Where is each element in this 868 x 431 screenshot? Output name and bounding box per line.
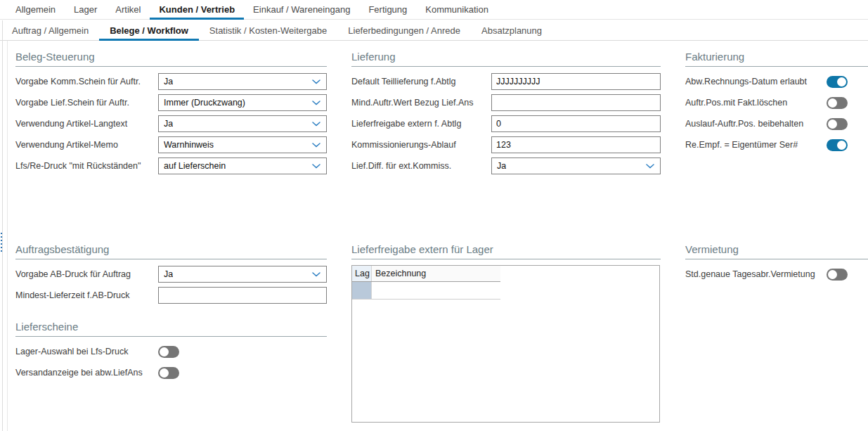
- splitter-grip[interactable]: [1, 233, 2, 252]
- subtab-statistik-kosten[interactable]: Statistik / Kosten-Weitergabe: [199, 20, 337, 40]
- subtab-belege-workflow[interactable]: Belege / Workflow: [99, 20, 199, 40]
- toggle-knob: [828, 120, 837, 129]
- row-mindest-lieferzeit: Mindest-Lieferzeit f.AB-Druck: [15, 285, 327, 306]
- input-lieferfreigabe-extern[interactable]: [491, 115, 661, 132]
- field-label: Vorgabe AB-Druck für Auftrag: [15, 269, 158, 279]
- column-header-bezeichnung[interactable]: Bezeichnung: [372, 266, 500, 281]
- field-label: Lager-Auswahl bei Lfs-Druck: [15, 347, 158, 356]
- field-label: Abw.Rechnungs-Datum erlaubt: [685, 77, 807, 86]
- chevron-down-icon: [312, 143, 320, 148]
- toggle-knob: [828, 98, 837, 108]
- lager-table-header: Lag Bezeichnung: [352, 266, 659, 281]
- row-auftr-pos-fakt-loeschen: Auftr.Pos.mit Fakt.löschen: [685, 92, 868, 113]
- row-auslauf-auftr-pos: Auslauf-Auftr.Pos. beibehalten: [685, 113, 868, 134]
- toggle-abw-rechnungs-datum[interactable]: [827, 76, 848, 88]
- section-auftragsbestaetigung: Auftragsbestätigung Vorgabe AB-Druck für…: [15, 243, 327, 306]
- field-label: Kommissionierungs-Ablauf: [351, 140, 491, 150]
- column-header-lag[interactable]: Lag: [352, 266, 372, 281]
- input-mind-auftr-wert[interactable]: [491, 94, 661, 111]
- field-label: Re.Empf. = Eigentümer Ser#: [685, 140, 798, 150]
- select-vorgabe-lief-schein[interactable]: Immer (Druckzwang): [158, 94, 327, 111]
- section-title: Lieferscheine: [15, 321, 327, 337]
- toggle-versandanzeige[interactable]: [158, 367, 179, 379]
- section-lieferfreigabe-lager: Lieferfreigabe extern für Lager Lag Beze…: [351, 243, 661, 423]
- row-vorgabe-ab-druck: Vorgabe AB-Druck für Auftrag Ja: [15, 264, 327, 285]
- row-default-teillieferung: Default Teillieferung f.Abtlg: [351, 71, 661, 92]
- toggle-re-empf-eigentuemer[interactable]: [827, 139, 848, 151]
- field-label: Lieferfreigabe extern f. Abtlg: [351, 119, 491, 129]
- row-lief-diff: Lief.Diff. für ext.Kommiss. Ja: [351, 155, 661, 176]
- field-label: Vorgabe Komm.Schein für Auftr.: [15, 77, 158, 86]
- field-label: Mindest-Lieferzeit f.AB-Druck: [15, 290, 158, 300]
- section-beleg-steuerung: Beleg-Steuerung Vorgabe Komm.Schein für …: [15, 51, 327, 176]
- row-artikel-langtext: Verwendung Artikel-Langtext Ja: [15, 113, 327, 134]
- field-label: Auftr.Pos.mit Fakt.löschen: [685, 98, 787, 108]
- select-value: auf Lieferschein: [164, 161, 226, 171]
- row-lfs-re-druck: Lfs/Re-Druck "mit Rückständen" auf Liefe…: [15, 155, 327, 176]
- input-kommissionierungs-ablauf[interactable]: [491, 136, 661, 153]
- toggle-knob: [837, 141, 846, 150]
- select-value: Ja: [164, 119, 173, 129]
- chevron-down-icon: [312, 272, 320, 277]
- toggle-std-genaue-tagesabr[interactable]: [827, 269, 848, 281]
- input-mindest-lieferzeit[interactable]: [158, 287, 327, 304]
- row-abw-rechnungs-datum: Abw.Rechnungs-Datum erlaubt: [685, 71, 868, 92]
- section-lieferscheine: Lieferscheine Lager-Auswahl bei Lfs-Druc…: [15, 321, 327, 383]
- select-artikel-langtext[interactable]: Ja: [158, 115, 327, 132]
- section-lieferung: Lieferung Default Teillieferung f.Abtlg …: [351, 51, 661, 176]
- field-label: Lief.Diff. für ext.Kommiss.: [351, 161, 491, 171]
- select-value: Warnhinweis: [164, 140, 214, 150]
- field-label: Default Teillieferung f.Abtlg: [351, 77, 491, 86]
- section-title: Auftragsbestätigung: [15, 243, 327, 259]
- row-vorgabe-komm-schein: Vorgabe Komm.Schein für Auftr. Ja: [15, 71, 327, 92]
- field-label: Vorgabe Lief.Schein für Auftr.: [15, 98, 158, 108]
- section-vermietung: Vermietung Std.genaue Tagesabr.Vermietun…: [685, 243, 868, 285]
- subtab-lieferbedingungen-anrede[interactable]: Lieferbedingungen / Anrede: [337, 20, 471, 40]
- tab-einkauf-wareneingang[interactable]: Einkauf / Wareneingang: [244, 0, 359, 19]
- section-fakturierung: Fakturierung Abw.Rechnungs-Datum erlaubt…: [685, 51, 868, 155]
- row-vorgabe-lief-schein: Vorgabe Lief.Schein für Auftr. Immer (Dr…: [15, 92, 327, 113]
- row-versandanzeige: Versandanzeige bei abw.LiefAns: [15, 362, 327, 383]
- select-value: Ja: [164, 269, 173, 279]
- field-label: Mind.Auftr.Wert Bezug Lief.Ans: [351, 98, 491, 108]
- select-lief-diff[interactable]: Ja: [491, 157, 661, 174]
- tab-kommunikation[interactable]: Kommunikation: [416, 0, 498, 19]
- tab-artikel[interactable]: Artikel: [106, 0, 150, 19]
- chevron-down-icon: [312, 101, 320, 105]
- row-lieferfreigabe-extern: Lieferfreigabe extern f. Abtlg: [351, 113, 661, 134]
- toggle-auftr-pos-fakt-loeschen[interactable]: [827, 97, 848, 109]
- row-selector-cell[interactable]: [352, 282, 372, 300]
- section-title: Beleg-Steuerung: [15, 51, 327, 67]
- subtab-absatzplanung[interactable]: Absatzplanung: [471, 20, 552, 40]
- row-re-empf-eigentuemer: Re.Empf. = Eigentümer Ser#: [685, 134, 868, 155]
- select-vorgabe-ab-druck[interactable]: Ja: [158, 266, 327, 283]
- toggle-lager-auswahl-lfs[interactable]: [158, 346, 179, 358]
- tab-kunden-vertrieb[interactable]: Kunden / Vertrieb: [150, 0, 244, 19]
- select-vorgabe-komm-schein[interactable]: Ja: [158, 73, 327, 90]
- toggle-knob: [160, 347, 169, 356]
- chevron-down-icon: [312, 164, 320, 169]
- row-artikel-memo: Verwendung Artikel-Memo Warnhinweis: [15, 134, 327, 155]
- chevron-down-icon: [312, 79, 320, 84]
- field-label: Verwendung Artikel-Langtext: [15, 119, 158, 129]
- input-default-teillieferung[interactable]: [491, 73, 661, 90]
- select-lfs-re-druck[interactable]: auf Lieferschein: [158, 157, 327, 174]
- row-kommissionierungs-ablauf: Kommissionierungs-Ablauf: [351, 134, 661, 155]
- row-lager-auswahl-lfs: Lager-Auswahl bei Lfs-Druck: [15, 341, 327, 362]
- select-artikel-memo[interactable]: Warnhinweis: [158, 136, 327, 153]
- field-label: Lfs/Re-Druck "mit Rückständen": [15, 161, 158, 171]
- row-mind-auftr-wert: Mind.Auftr.Wert Bezug Lief.Ans: [351, 92, 661, 113]
- tab-fertigung[interactable]: Fertigung: [359, 0, 416, 19]
- field-label: Versandanzeige bei abw.LiefAns: [15, 368, 158, 378]
- secondary-tab-bar: Auftrag / Allgemein Belege / Workflow St…: [0, 20, 868, 41]
- table-row[interactable]: [352, 282, 659, 300]
- splitter-line: [7, 41, 8, 431]
- lager-table[interactable]: Lag Bezeichnung: [351, 265, 660, 423]
- toggle-auslauf-auftr-pos[interactable]: [827, 118, 848, 130]
- subtab-auftrag-allgemein[interactable]: Auftrag / Allgemein: [1, 20, 99, 40]
- section-title: Lieferung: [351, 51, 661, 67]
- tab-lager[interactable]: Lager: [65, 0, 106, 19]
- section-title: Vermietung: [685, 243, 868, 259]
- tab-allgemein[interactable]: Allgemein: [6, 0, 65, 19]
- select-value: Immer (Druckzwang): [164, 98, 245, 108]
